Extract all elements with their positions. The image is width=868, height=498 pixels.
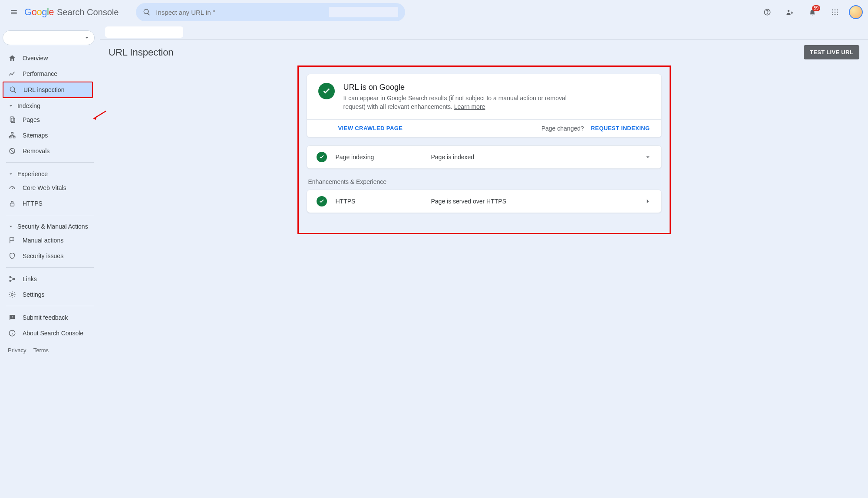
trend-icon: [8, 70, 16, 78]
sidebar-item-pages[interactable]: Pages: [0, 112, 95, 128]
privacy-link[interactable]: Privacy: [8, 347, 26, 354]
sidebar: Overview Performance URL inspection Inde…: [0, 24, 100, 498]
sidebar-item-performance[interactable]: Performance: [0, 66, 95, 82]
inspected-url-bar: [100, 24, 868, 40]
svg-rect-16: [9, 136, 11, 138]
annotation-highlight-box: URL is on Google It can appear in Google…: [297, 66, 671, 234]
sidebar-footer-links: Privacy Terms: [0, 341, 100, 360]
people-gear-icon: [786, 8, 794, 16]
svg-rect-14: [11, 118, 15, 123]
page-header: URL Inspection TEST LIVE URL: [100, 40, 868, 63]
page-title: URL Inspection: [109, 47, 174, 58]
sidebar-item-label: Links: [23, 275, 37, 282]
sidebar-item-sitemaps[interactable]: Sitemaps: [0, 128, 95, 143]
chevron-down-icon: [84, 35, 90, 41]
status-success-badge: [318, 83, 335, 99]
test-live-url-button[interactable]: TEST LIVE URL: [804, 45, 859, 59]
sidebar-section-label: Experience: [17, 170, 48, 177]
sidebar-item-https[interactable]: HTTPS: [0, 196, 95, 211]
status-success-badge: [317, 152, 327, 162]
sidebar-item-overview[interactable]: Overview: [0, 50, 95, 66]
sidebar-item-label: Core Web Vitals: [23, 184, 66, 191]
view-crawled-page-button[interactable]: VIEW CRAWLED PAGE: [338, 125, 403, 131]
svg-rect-25: [12, 318, 13, 318]
inspect-url-input[interactable]: [156, 9, 327, 16]
https-row[interactable]: HTTPS Page is served over HTTPS: [307, 190, 662, 213]
app-name: Search Console: [57, 7, 119, 17]
removals-icon: [8, 147, 16, 155]
svg-rect-17: [13, 136, 15, 138]
sidebar-item-feedback[interactable]: Submit feedback: [0, 310, 95, 325]
account-manage-button[interactable]: [781, 3, 799, 21]
links-icon: [8, 275, 16, 283]
request-indexing-button[interactable]: REQUEST INDEXING: [591, 125, 650, 131]
sidebar-section-security[interactable]: Security & Manual Actions: [0, 219, 100, 233]
page-indexing-row[interactable]: Page indexing Page is indexed: [307, 145, 662, 169]
sidebar-item-removals[interactable]: Removals: [0, 143, 95, 159]
help-icon: [763, 8, 771, 16]
sidebar-item-url-inspection[interactable]: URL inspection: [3, 82, 93, 98]
home-icon: [8, 54, 16, 62]
hamburger-icon: [10, 8, 18, 16]
svg-point-23: [11, 294, 13, 296]
svg-rect-19: [10, 203, 14, 206]
sidebar-item-label: Submit feedback: [23, 314, 68, 321]
row-value: Page is served over HTTPS: [431, 198, 635, 205]
check-icon: [319, 198, 325, 204]
top-bar: Google Search Console 59: [0, 0, 868, 24]
sidebar-item-label: Performance: [23, 70, 57, 77]
notification-badge: 59: [812, 5, 820, 11]
top-right-actions: 59: [759, 3, 863, 21]
notifications-button[interactable]: 59: [804, 3, 821, 21]
logo-group[interactable]: Google Search Console: [24, 7, 119, 18]
row-label: HTTPS: [336, 198, 422, 205]
chevron-down-icon: [644, 153, 652, 161]
help-button[interactable]: [759, 3, 776, 21]
flag-icon: [8, 236, 16, 244]
menu-button[interactable]: [5, 3, 23, 21]
shield-icon: [8, 252, 16, 260]
status-card: URL is on Google It can appear in Google…: [307, 74, 662, 138]
svg-point-11: [835, 14, 835, 15]
sidebar-item-label: About Search Console: [23, 330, 83, 337]
sidebar-item-label: Removals: [23, 147, 50, 154]
check-icon: [322, 86, 331, 96]
lock-icon: [8, 200, 16, 207]
search-icon: [9, 86, 17, 94]
account-avatar[interactable]: [849, 5, 863, 19]
inspected-url-chip[interactable]: [105, 26, 183, 38]
divider: [6, 306, 94, 306]
sidebar-item-settings[interactable]: Settings: [0, 287, 95, 302]
chevron-down-icon: [8, 223, 14, 229]
chevron-down-icon: [8, 171, 14, 177]
sidebar-item-label: Sitemaps: [23, 132, 48, 139]
svg-point-8: [835, 12, 835, 13]
sidebar-item-label: Overview: [23, 55, 48, 62]
check-icon: [319, 154, 325, 160]
learn-more-link[interactable]: Learn more: [454, 103, 485, 110]
apps-grid-icon: [831, 8, 839, 16]
sidebar-item-label: Settings: [23, 291, 45, 298]
sidebar-item-core-web-vitals[interactable]: Core Web Vitals: [0, 180, 95, 196]
svg-rect-13: [10, 117, 14, 121]
sidebar-section-indexing[interactable]: Indexing: [0, 98, 100, 112]
svg-point-10: [832, 14, 833, 15]
terms-link[interactable]: Terms: [33, 347, 49, 354]
sidebar-item-links[interactable]: Links: [0, 271, 95, 287]
apps-button[interactable]: [826, 3, 844, 21]
sidebar-item-label: HTTPS: [23, 200, 43, 207]
row-value: Page is indexed: [431, 154, 635, 161]
svg-point-7: [832, 12, 833, 13]
divider: [6, 215, 94, 215]
sidebar-item-manual-actions[interactable]: Manual actions: [0, 233, 95, 248]
divider: [6, 267, 94, 268]
sitemap-icon: [8, 131, 16, 139]
sidebar-item-about[interactable]: About Search Console: [0, 325, 95, 341]
inspect-url-searchbar[interactable]: [136, 3, 405, 21]
sidebar-item-security-issues[interactable]: Security issues: [0, 248, 95, 264]
svg-point-9: [837, 12, 838, 13]
sidebar-section-experience[interactable]: Experience: [0, 166, 100, 180]
svg-point-5: [835, 10, 835, 10]
sidebar-section-label: Indexing: [17, 102, 40, 109]
property-selector[interactable]: [3, 30, 95, 45]
